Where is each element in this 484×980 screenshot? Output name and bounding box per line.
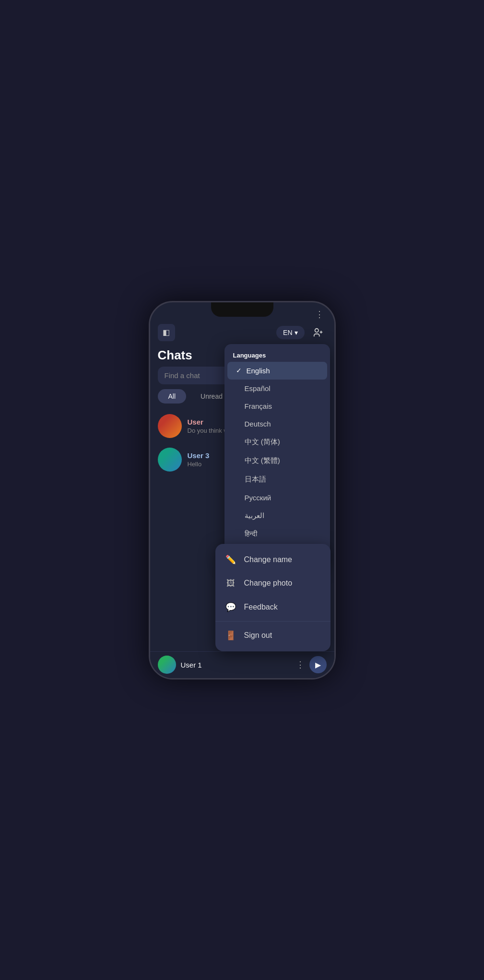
- lang-label-deutsch: Deutsch: [245, 420, 271, 428]
- app-content: ◧ EN ▾ Chats Find a chat All Unread: [150, 319, 334, 678]
- tab-all[interactable]: All: [158, 389, 187, 404]
- language-dropdown-header: Languages: [224, 348, 330, 362]
- check-mark-icon: ✓: [236, 367, 242, 374]
- language-button[interactable]: EN ▾: [276, 326, 304, 339]
- collapse-button[interactable]: ◧: [158, 324, 175, 341]
- lang-item-chinese-traditional[interactable]: 中文 (繁體): [224, 451, 330, 470]
- lang-label-japanese: 日本語: [245, 475, 266, 484]
- lang-item-russian[interactable]: Русский: [224, 489, 330, 507]
- feedback-button[interactable]: 💬 Feedback: [215, 595, 331, 619]
- lang-label-chinese-traditional: 中文 (繁體): [245, 456, 280, 465]
- lang-item-hindi[interactable]: हिन्दी: [224, 525, 330, 543]
- bottom-dots-button[interactable]: ⋮: [296, 659, 305, 670]
- lang-item-japanese[interactable]: 日本語: [224, 470, 330, 489]
- avatar-user: [158, 414, 182, 438]
- lang-label-english: English: [247, 367, 270, 375]
- svg-point-0: [315, 328, 318, 332]
- notch: [211, 302, 273, 317]
- lang-label-chinese-simplified: 中文 (简体): [245, 438, 280, 447]
- change-photo-button[interactable]: 🖼 Change photo: [215, 572, 331, 595]
- send-icon: ▶: [315, 660, 321, 669]
- sign-out-label: Sign out: [244, 631, 272, 640]
- change-photo-label: Change photo: [244, 579, 293, 588]
- lang-label-espanol: Español: [245, 384, 271, 392]
- change-name-label: Change name: [244, 555, 293, 564]
- bottom-username: User 1: [181, 661, 291, 669]
- language-dropdown: Languages ✓ English Español Français Deu…: [224, 344, 330, 563]
- collapse-icon: ◧: [163, 328, 170, 337]
- lang-item-deutsch[interactable]: Deutsch: [224, 415, 330, 433]
- change-name-button[interactable]: ✏️ Change name: [215, 548, 331, 572]
- avatar-user3: [158, 448, 182, 472]
- send-button[interactable]: ▶: [309, 656, 327, 673]
- lang-label-russian: Русский: [245, 494, 272, 502]
- top-three-dots[interactable]: ⋮: [315, 309, 325, 320]
- profile-divider: [215, 621, 331, 622]
- lang-arrow-icon: ▾: [295, 329, 298, 336]
- lang-item-arabic[interactable]: العربية: [224, 507, 330, 525]
- sign-out-button[interactable]: 🚪 Sign out: [215, 623, 331, 647]
- profile-dropdown: ✏️ Change name 🖼 Change photo 💬 Feedback…: [215, 544, 331, 651]
- signout-icon: 🚪: [225, 630, 236, 641]
- lang-label-francais: Français: [245, 402, 272, 410]
- feedback-icon: 💬: [225, 602, 236, 612]
- lang-label-hindi: हिन्दी: [245, 530, 257, 538]
- bottom-bar: User 1 ⋮ ▶: [150, 651, 334, 678]
- lang-label-arabic: العربية: [245, 511, 264, 520]
- photo-icon: 🖼: [225, 578, 236, 588]
- avatar-me: [158, 656, 176, 674]
- lang-item-chinese-simplified[interactable]: 中文 (简体): [224, 433, 330, 451]
- lang-item-francais[interactable]: Français: [224, 397, 330, 415]
- add-user-button[interactable]: [309, 324, 327, 341]
- phone-frame: ⋮ ◧ EN ▾ Chats Find a chat: [149, 301, 336, 680]
- header: ◧ EN ▾: [150, 319, 334, 346]
- lang-item-english[interactable]: ✓ English: [227, 362, 327, 380]
- edit-icon: ✏️: [225, 554, 236, 565]
- feedback-label: Feedback: [244, 603, 278, 611]
- lang-label: EN: [283, 329, 292, 336]
- lang-item-espanol[interactable]: Español: [224, 380, 330, 397]
